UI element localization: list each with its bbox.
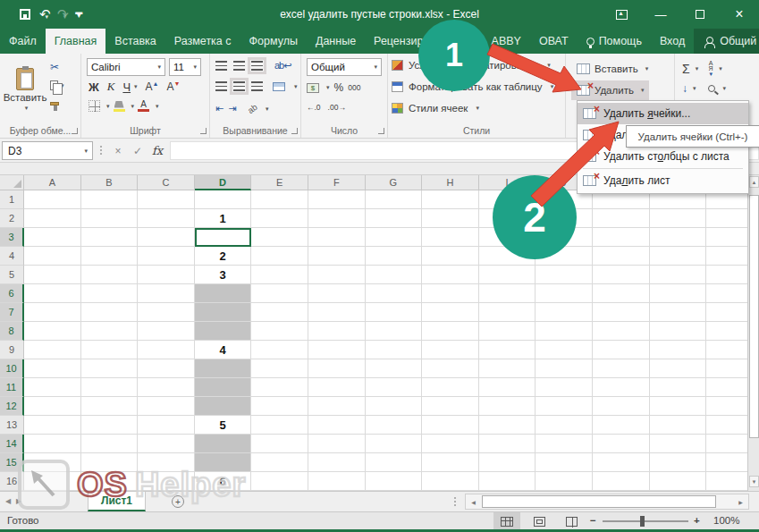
cell-L12[interactable]	[650, 397, 707, 416]
cell-D5[interactable]: 3	[195, 266, 252, 284]
cell-K13[interactable]	[593, 416, 650, 435]
customize-quick-access-icon[interactable]: ▬▾	[75, 11, 82, 18]
zoom-percentage[interactable]: 100%	[713, 515, 739, 526]
cell-K2[interactable]	[593, 209, 650, 228]
insert-function-icon[interactable]: fx	[148, 141, 166, 160]
cell-D9[interactable]: 4	[195, 341, 252, 359]
cell-F10[interactable]	[308, 359, 366, 378]
cell-J9[interactable]	[536, 341, 593, 359]
cell-H10[interactable]	[422, 359, 479, 378]
dialog-launcher-icon[interactable]	[378, 128, 384, 134]
underline-button[interactable]: Ч	[122, 80, 131, 94]
cell-E14[interactable]	[251, 435, 308, 453]
cell-L4[interactable]	[650, 247, 707, 266]
row-header-2[interactable]: 2	[0, 209, 24, 228]
column-header-G[interactable]: G	[366, 175, 423, 190]
column-header-H[interactable]: H	[422, 175, 479, 190]
cell-F2[interactable]	[308, 209, 366, 228]
row-header-6[interactable]: 6	[0, 284, 24, 303]
cell-C5[interactable]	[138, 266, 195, 284]
sign-in-button[interactable]: Вход	[651, 29, 694, 54]
row-header-7[interactable]: 7	[0, 303, 24, 322]
cell-G15[interactable]	[366, 453, 423, 472]
sheet-nav-left-icon[interactable]: ◀	[5, 497, 11, 505]
cell-D7[interactable]	[195, 303, 252, 322]
column-header-F[interactable]: F	[308, 175, 366, 190]
font-family-combo[interactable]: Calibri▾	[87, 58, 165, 76]
grow-font-button[interactable]: А▲	[146, 80, 159, 93]
row-header-9[interactable]: 9	[0, 341, 24, 359]
tab-insert[interactable]: Вставка	[105, 29, 164, 54]
cell-L2[interactable]	[650, 209, 707, 228]
cell-F7[interactable]	[308, 303, 366, 322]
cell-J11[interactable]	[536, 378, 593, 397]
fill-icon[interactable]: ↓	[682, 82, 687, 95]
row-header-5[interactable]: 5	[0, 266, 24, 284]
row-header-8[interactable]: 8	[0, 322, 24, 341]
row-header-11[interactable]: 11	[0, 378, 24, 397]
cell-M7[interactable]	[706, 303, 747, 322]
cell-D14[interactable]	[195, 435, 252, 453]
cell-K14[interactable]	[593, 435, 650, 453]
cell-B3[interactable]	[81, 228, 139, 247]
maximize-button[interactable]	[680, 0, 720, 29]
cell-L8[interactable]	[650, 322, 707, 341]
cell-G10[interactable]	[366, 359, 423, 378]
cell-A5[interactable]	[24, 266, 81, 284]
cell-E6[interactable]	[251, 284, 308, 303]
cell-H6[interactable]	[422, 284, 479, 303]
tab-page-layout[interactable]: Разметка с	[165, 29, 240, 54]
cell-M4[interactable]	[706, 247, 747, 266]
cell-H4[interactable]	[422, 247, 479, 266]
vertical-scroll-thumb[interactable]	[749, 195, 759, 438]
cell-I11[interactable]	[479, 378, 536, 397]
borders-icon[interactable]	[89, 100, 100, 112]
zoom-slider[interactable]	[603, 520, 688, 522]
tab-acrobat[interactable]: ОВАТ	[530, 29, 578, 54]
cell-C11[interactable]	[138, 378, 195, 397]
tab-scroll-splitter[interactable]	[454, 497, 456, 499]
column-header-A[interactable]: A	[24, 175, 81, 190]
cut-icon[interactable]: ✂	[50, 61, 59, 73]
paste-button[interactable]: Вставить ▾	[4, 57, 46, 122]
cell-M14[interactable]	[706, 435, 747, 453]
cell-K3[interactable]	[593, 228, 650, 247]
cell-H2[interactable]	[422, 209, 479, 228]
find-icon[interactable]	[708, 85, 715, 92]
cell-C9[interactable]	[138, 341, 195, 359]
cell-F8[interactable]	[308, 322, 366, 341]
cell-H12[interactable]	[422, 397, 479, 416]
cell-C3[interactable]	[138, 228, 195, 247]
cell-F14[interactable]	[308, 435, 366, 453]
cell-D1[interactable]	[195, 190, 252, 209]
cell-H3[interactable]	[422, 228, 479, 247]
cell-B12[interactable]	[81, 397, 139, 416]
cell-F3[interactable]	[308, 228, 366, 247]
cell-G13[interactable]	[366, 416, 423, 435]
cell-A10[interactable]	[24, 359, 81, 378]
cell-L5[interactable]	[650, 266, 707, 284]
tab-file[interactable]: Файл	[0, 29, 46, 54]
cell-J14[interactable]	[536, 435, 593, 453]
cell-F13[interactable]	[308, 416, 366, 435]
cell-F11[interactable]	[308, 378, 366, 397]
cell-G11[interactable]	[366, 378, 423, 397]
cell-M12[interactable]	[706, 397, 747, 416]
cell-E3[interactable]	[251, 228, 308, 247]
row-header-12[interactable]: 12	[0, 397, 24, 416]
merge-center-icon[interactable]	[273, 82, 285, 91]
align-bottom-icon[interactable]	[251, 61, 263, 71]
zoom-in-icon[interactable]: +	[694, 515, 700, 526]
cell-J8[interactable]	[536, 322, 593, 341]
cell-C12[interactable]	[138, 397, 195, 416]
cell-L11[interactable]	[650, 378, 707, 397]
cell-M9[interactable]	[706, 341, 747, 359]
cell-E9[interactable]	[251, 341, 308, 359]
cell-G2[interactable]	[366, 209, 423, 228]
cell-G16[interactable]	[366, 472, 423, 491]
cell-B2[interactable]	[81, 209, 139, 228]
cell-E13[interactable]	[251, 416, 308, 435]
cell-D11[interactable]	[195, 378, 252, 397]
cell-L15[interactable]	[650, 453, 707, 472]
cell-C6[interactable]	[138, 284, 195, 303]
